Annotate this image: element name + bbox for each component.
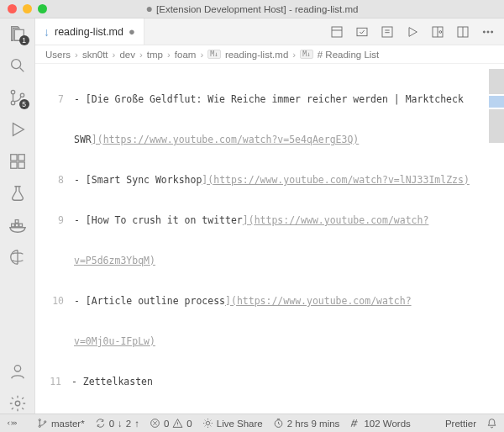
close-window-button[interactable] xyxy=(8,4,17,13)
search-icon[interactable] xyxy=(8,55,28,76)
run-debug-icon[interactable] xyxy=(8,119,28,140)
svg-rect-14 xyxy=(332,27,342,37)
line-number: 7 xyxy=(35,92,74,106)
svg-point-18 xyxy=(439,30,442,33)
editor-actions xyxy=(329,18,504,45)
svg-point-2 xyxy=(11,101,14,104)
line-number: 11 xyxy=(35,375,71,388)
tab-reading-list[interactable]: ↓ reading-list.md ● xyxy=(35,18,144,45)
svg-point-3 xyxy=(20,93,24,97)
accounts-icon[interactable] xyxy=(8,361,28,382)
extension-action-icon[interactable] xyxy=(354,24,370,40)
prettier-status[interactable]: Prettier xyxy=(445,419,476,429)
line-number: 10 xyxy=(35,294,74,308)
svg-point-0 xyxy=(11,60,20,69)
markdown-badge-icon: M↓ xyxy=(300,50,313,59)
svg-rect-7 xyxy=(18,162,24,168)
crumb-file[interactable]: reading-list.md xyxy=(225,50,288,60)
svg-rect-4 xyxy=(10,155,16,161)
remote-explorer-icon[interactable] xyxy=(8,247,28,267)
zoom-window-button[interactable] xyxy=(38,4,47,13)
titlebar: ● [Extension Development Host] - reading… xyxy=(0,0,504,18)
svg-rect-10 xyxy=(18,224,22,227)
line-number: 9 xyxy=(35,213,74,227)
tab-label: reading-list.md xyxy=(55,26,123,38)
svg-point-1 xyxy=(11,90,14,93)
git-sync-status[interactable]: 0↓ 2↑ xyxy=(95,418,139,429)
toggle-backlinks-icon[interactable] xyxy=(329,24,344,40)
crumb-user[interactable]: skn0tt xyxy=(82,50,108,60)
problems-status[interactable]: 0 0 xyxy=(150,418,192,429)
activity-bar: 1 5 xyxy=(0,18,35,414)
git-branch-status[interactable]: master* xyxy=(37,418,85,429)
svg-rect-8 xyxy=(11,224,14,227)
svg-rect-16 xyxy=(382,27,392,37)
svg-point-22 xyxy=(491,30,493,32)
settings-gear-icon[interactable] xyxy=(8,393,28,414)
open-preview-icon[interactable] xyxy=(430,24,445,40)
open-changes-icon[interactable] xyxy=(380,24,395,40)
tab-dirty-indicator[interactable]: ● xyxy=(129,25,135,38)
svg-point-13 xyxy=(15,401,20,406)
crumb-heading[interactable]: # Reading List xyxy=(318,50,380,60)
scm-badge: 5 xyxy=(19,99,29,109)
time-tracking-status[interactable]: 2 hrs 9 mins xyxy=(273,418,340,429)
crumb-tmp[interactable]: tmp xyxy=(147,50,163,60)
svg-point-12 xyxy=(14,366,20,371)
explorer-badge: 1 xyxy=(19,35,29,45)
explorer-icon[interactable]: 1 xyxy=(8,24,28,44)
crumb-dev[interactable]: dev xyxy=(119,50,135,60)
svg-rect-15 xyxy=(357,28,367,35)
more-actions-icon[interactable] xyxy=(480,24,496,40)
svg-point-21 xyxy=(487,30,489,32)
source-control-icon[interactable]: 5 xyxy=(8,87,28,108)
word-count-status[interactable]: 102 Words xyxy=(349,418,410,429)
run-icon[interactable] xyxy=(405,24,420,40)
minimap[interactable] xyxy=(489,64,504,414)
extensions-icon[interactable] xyxy=(8,151,28,171)
svg-rect-9 xyxy=(15,224,18,227)
remote-indicator-icon[interactable] xyxy=(0,414,24,433)
breadcrumb[interactable]: Users› skn0tt› dev› tmp› foam› M↓ readin… xyxy=(35,45,504,64)
svg-rect-6 xyxy=(10,162,16,168)
svg-point-25 xyxy=(45,421,46,423)
split-editor-icon[interactable] xyxy=(455,24,470,40)
window-controls xyxy=(0,4,47,13)
status-bar: master* 0↓ 2↑ 0 0 Live Share 2 hrs 9 min… xyxy=(0,414,504,432)
test-icon[interactable] xyxy=(8,183,28,203)
live-share-status[interactable]: Live Share xyxy=(202,418,263,429)
markdown-badge-icon: M↓ xyxy=(207,50,221,59)
crumb-foam[interactable]: foam xyxy=(175,50,197,60)
svg-rect-5 xyxy=(18,155,24,161)
docker-icon[interactable] xyxy=(8,215,28,235)
svg-point-24 xyxy=(39,425,40,427)
code-editor[interactable]: 7- [Die Große Geldflut: Wie Reiche immer… xyxy=(35,64,504,414)
markdown-file-icon: ↓ xyxy=(44,25,50,39)
svg-point-20 xyxy=(483,30,485,32)
window-title: [Extension Development Host] - reading-l… xyxy=(156,4,358,14)
svg-point-27 xyxy=(206,421,209,424)
editor-tabs: ↓ reading-list.md ● xyxy=(35,18,504,45)
crumb-users[interactable]: Users xyxy=(45,50,71,60)
svg-rect-11 xyxy=(15,220,18,224)
minimize-window-button[interactable] xyxy=(23,4,32,13)
notifications-icon[interactable] xyxy=(486,418,497,429)
line-number: 8 xyxy=(35,173,74,187)
svg-point-23 xyxy=(39,419,40,421)
